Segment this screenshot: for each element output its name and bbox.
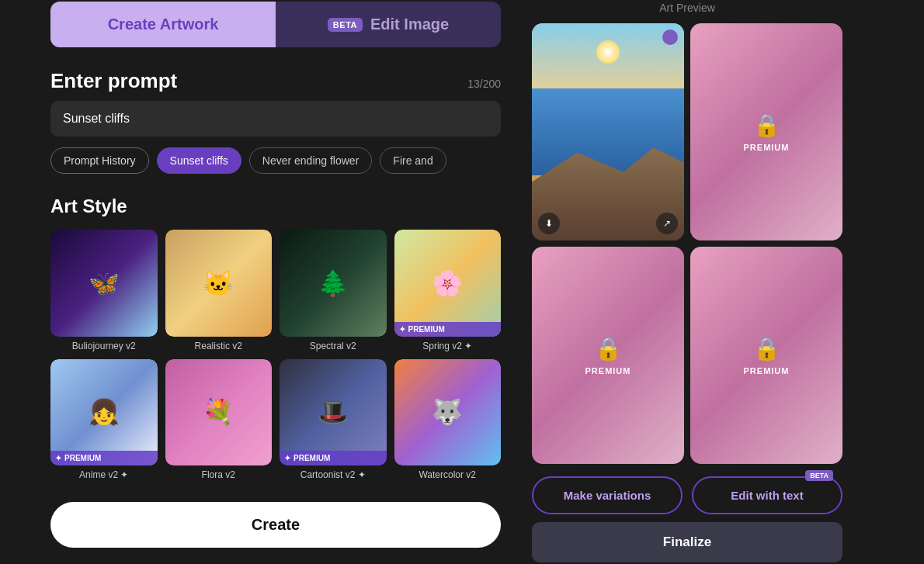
art-label-flora: Flora v2 [165, 469, 273, 480]
prompt-header: Enter prompt 13/200 [50, 69, 501, 93]
download-icon[interactable]: ⬇ [538, 213, 560, 234]
left-panel: Create Artwork BETA Edit Image Enter pro… [50, 2, 501, 562]
prompt-counter: 13/200 [467, 78, 501, 90]
lock-icon-1: 🔒 [753, 112, 780, 138]
expand-icon[interactable]: ↗ [656, 213, 678, 234]
premium-overlay-spring: ✦ PREMIUM [394, 322, 502, 337]
chip-prompt-history[interactable]: Prompt History [50, 147, 149, 174]
chip-never-ending-flower[interactable]: Never ending flower [249, 147, 373, 174]
art-label-watercolor: Watercolor v2 [394, 469, 502, 480]
art-preview-title: Art Preview [532, 2, 842, 14]
art-label-anime: Anime v2 ✦ [50, 469, 158, 480]
lock-icon-3: 🔒 [753, 336, 780, 362]
art-item-realistic[interactable]: 🐱 Realistic v2 [165, 230, 273, 351]
create-button[interactable]: Create [50, 502, 501, 548]
premium-text-2: PREMIUM [585, 366, 631, 375]
art-item-flora[interactable]: 💐 Flora v2 [165, 359, 273, 481]
sun [596, 40, 620, 64]
tab-bar: Create Artwork BETA Edit Image [50, 2, 501, 47]
premium-text-1: PREMIUM [744, 143, 790, 152]
tab-edit-label: Edit Image [370, 16, 449, 33]
preview-premium-3: 🔒 PREMIUM [690, 247, 842, 464]
landscape-art [532, 23, 684, 240]
art-label-buliojourney: Buliojourney v2 [50, 341, 158, 351]
edit-with-text-button[interactable]: Edit with text BETA [692, 476, 842, 514]
prompt-title: Enter prompt [50, 69, 177, 93]
preview-premium-1: 🔒 PREMIUM [690, 23, 842, 240]
tab-edit[interactable]: BETA Edit Image [276, 2, 501, 47]
beta-badge: BETA [328, 18, 363, 32]
action-buttons: Make variations Edit with text BETA [532, 476, 842, 514]
prompt-input[interactable] [50, 101, 501, 137]
preview-premium-2: 🔒 PREMIUM [532, 247, 684, 464]
tab-create[interactable]: Create Artwork [50, 2, 276, 47]
chip-fire-and[interactable]: Fire and [380, 147, 446, 174]
art-item-watercolor[interactable]: 🐺 Watercolor v2 [394, 359, 502, 481]
art-item-anime[interactable]: 👧 ✦ PREMIUM Anime v2 ✦ [50, 359, 158, 481]
chips-row: Prompt History Sunset cliffs Never endin… [50, 147, 501, 174]
preview-dot[interactable] [662, 29, 678, 45]
chip-sunset-cliffs[interactable]: Sunset cliffs [157, 147, 241, 174]
art-label-realistic: Realistic v2 [165, 341, 273, 351]
art-label-spectral: Spectral v2 [280, 341, 387, 351]
art-item-buliojourney[interactable]: 🦋 Buliojourney v2 [50, 230, 158, 351]
preview-icon-bar: ⬇ ↗ [538, 213, 678, 234]
edit-beta-badge: BETA [805, 470, 833, 481]
art-item-cartoonist[interactable]: 🎩 ✦ PREMIUM Cartoonist v2 ✦ [280, 359, 387, 481]
art-label-cartoonist: Cartoonist v2 ✦ [280, 469, 387, 480]
premium-text-3: PREMIUM [744, 366, 790, 375]
make-variations-button[interactable]: Make variations [532, 476, 683, 514]
art-label-spring: Spring v2 ✦ [394, 341, 502, 351]
art-style-grid: 🦋 Buliojourney v2 🐱 Realistic v2 🌲 Spect… [50, 230, 501, 480]
right-panel: Art Preview ⬇ ↗ 🔒 PREMIUM [532, 2, 842, 562]
main-container: Create Artwork BETA Edit Image Enter pro… [35, 0, 889, 564]
finalize-button[interactable]: Finalize [532, 522, 842, 562]
edit-with-text-label: Edit with text [731, 489, 803, 502]
art-style-title: Art Style [50, 195, 501, 217]
premium-overlay-cartoonist: ✦ PREMIUM [280, 451, 387, 465]
art-item-spectral[interactable]: 🌲 Spectral v2 [280, 230, 387, 351]
art-item-spring[interactable]: 🌸 ✦ PREMIUM Spring v2 ✦ [394, 230, 502, 351]
lock-icon-2: 🔒 [595, 336, 622, 362]
preview-grid: ⬇ ↗ 🔒 PREMIUM 🔒 PREMIUM 🔒 PREMIUM [532, 23, 842, 464]
preview-main: ⬇ ↗ [532, 23, 684, 240]
premium-overlay-anime: ✦ PREMIUM [50, 451, 158, 465]
